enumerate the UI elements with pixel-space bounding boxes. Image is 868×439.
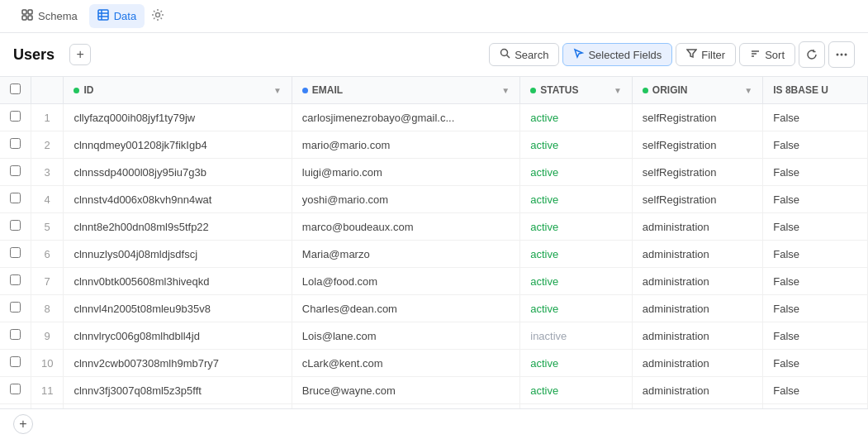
nav-schema-label: Schema <box>38 10 78 22</box>
page-title: Users <box>13 46 55 64</box>
row-checkbox-cell[interactable] <box>0 159 31 186</box>
row-number: 8 <box>31 295 64 322</box>
refresh-button[interactable] <box>799 41 825 68</box>
row-email: mario@mario.com <box>292 131 519 159</box>
row-id: clnnuzlys004j08mldjsdfscj <box>64 241 292 268</box>
more-options-button[interactable] <box>828 41 855 68</box>
table-row: 9 clnnvlryc006g08mlhdbll4jd Lois@lane.co… <box>0 322 868 350</box>
row-email: Bruce@wayne.com <box>292 377 519 404</box>
svg-point-8 <box>156 13 160 17</box>
col-checkbox[interactable] <box>0 77 31 104</box>
row-is8base: False <box>763 241 868 268</box>
row-id: clnnv2cwb007308mlh9mb7ry7 <box>64 350 292 377</box>
nav-item-data[interactable]: Data <box>89 4 145 28</box>
filter-button[interactable]: Filter <box>676 43 736 66</box>
search-icon <box>500 48 510 61</box>
row-checkbox-cell[interactable] <box>0 322 31 350</box>
col-is8base[interactable]: IS 8BASE U <box>763 77 868 104</box>
col-status-chevron[interactable]: ▼ <box>614 86 622 95</box>
table-row: 2 clnnqdmey001208jk7fikIgb4 mario@mario.… <box>0 131 868 159</box>
row-checkbox[interactable] <box>10 384 21 394</box>
row-id: clnnssdp4000l08jy95iu7g3b <box>64 159 292 186</box>
row-checkbox[interactable] <box>10 220 21 231</box>
nav-data-label: Data <box>114 10 136 22</box>
row-checkbox[interactable] <box>10 138 21 149</box>
sort-button[interactable]: Sort <box>739 43 795 66</box>
row-id: clnnvl4n2005t08mleu9b35v8 <box>64 295 292 322</box>
selected-fields-button[interactable]: Selected Fields <box>562 43 672 66</box>
row-status: active <box>520 131 633 159</box>
row-checkbox-cell[interactable] <box>0 268 31 295</box>
row-checkbox-cell[interactable] <box>0 350 31 377</box>
add-row-button[interactable]: + <box>13 414 33 434</box>
row-checkbox[interactable] <box>10 193 21 203</box>
add-button[interactable]: + <box>69 44 91 65</box>
search-label: Search <box>515 49 548 61</box>
svg-point-15 <box>841 54 843 56</box>
row-number: 7 <box>31 268 64 295</box>
row-checkbox[interactable] <box>10 302 21 313</box>
data-icon <box>97 9 109 23</box>
row-checkbox[interactable] <box>10 247 21 258</box>
row-email: carlosjimenezrobayo@gmail.c... <box>292 104 519 131</box>
row-checkbox[interactable] <box>10 111 21 122</box>
row-origin: administration <box>632 295 762 322</box>
top-nav: Schema Data <box>0 0 868 33</box>
select-all-checkbox[interactable] <box>10 84 21 94</box>
row-id: cllyfazq000ih08jyf1ty79jw <box>64 104 292 131</box>
row-id: clnnstv4d006x08kvh9nn4wat <box>64 186 292 213</box>
row-email: Maria@marzo <box>292 241 519 268</box>
col-id-label: ID <box>83 84 93 96</box>
row-checkbox[interactable] <box>10 165 21 176</box>
col-status[interactable]: STATUS ▼ <box>520 77 633 104</box>
row-origin: administration <box>632 322 762 350</box>
search-button[interactable]: Search <box>489 43 559 66</box>
row-id: clnnt8e2h00dn08ml9s5tfp22 <box>64 213 292 241</box>
col-email-chevron[interactable]: ▼ <box>501 86 510 95</box>
row-id: clnnqdmey001208jk7fikIgb4 <box>64 131 292 159</box>
row-status: inactive <box>520 322 633 350</box>
table-row: 5 clnnt8e2h00dn08ml9s5tfp22 marco@boudea… <box>0 213 868 241</box>
row-is8base: False <box>763 350 868 377</box>
row-is8base: False <box>763 186 868 213</box>
row-status: active <box>520 377 633 404</box>
row-number: 6 <box>31 241 64 268</box>
row-number: 10 <box>31 350 64 377</box>
table-row: 7 clnnv0btk005608ml3hiveqkd Lola@food.co… <box>0 268 868 295</box>
col-email[interactable]: EMAIL ▼ <box>292 77 519 104</box>
row-origin: administration <box>632 268 762 295</box>
table-header-bar: Users + Search Selected Fields Filter <box>0 33 868 77</box>
col-id-chevron[interactable]: ▼ <box>273 86 282 95</box>
toolbar-right: Search Selected Fields Filter Sort <box>489 41 855 68</box>
row-status: active <box>520 241 633 268</box>
row-checkbox[interactable] <box>10 329 21 340</box>
row-is8base: False <box>763 322 868 350</box>
col-origin[interactable]: ORIGIN ▼ <box>632 77 762 104</box>
row-checkbox-cell[interactable] <box>0 213 31 241</box>
row-checkbox[interactable] <box>10 274 21 285</box>
row-number: 5 <box>31 213 64 241</box>
row-status: active <box>520 295 633 322</box>
row-checkbox-cell[interactable] <box>0 377 31 404</box>
col-origin-chevron[interactable]: ▼ <box>744 86 752 95</box>
settings-icon[interactable] <box>148 5 168 27</box>
row-origin: selfRegistration <box>632 131 762 159</box>
row-number: 1 <box>31 104 64 131</box>
row-checkbox-cell[interactable] <box>0 186 31 213</box>
row-checkbox-cell[interactable] <box>0 241 31 268</box>
row-status: active <box>520 104 633 131</box>
nav-item-schema[interactable]: Schema <box>13 4 86 28</box>
origin-col-dot <box>643 88 648 93</box>
row-checkbox-cell[interactable] <box>0 104 31 131</box>
svg-point-16 <box>845 54 847 56</box>
svg-point-14 <box>837 54 839 56</box>
row-status: active <box>520 186 633 213</box>
row-origin: administration <box>632 213 762 241</box>
row-checkbox-cell[interactable] <box>0 131 31 159</box>
col-id[interactable]: ID ▼ <box>64 77 292 104</box>
row-checkbox-cell[interactable] <box>0 295 31 322</box>
row-checkbox[interactable] <box>10 356 21 367</box>
sort-label: Sort <box>765 49 785 61</box>
col-rownum <box>31 77 64 104</box>
row-email: cLark@kent.com <box>292 350 519 377</box>
